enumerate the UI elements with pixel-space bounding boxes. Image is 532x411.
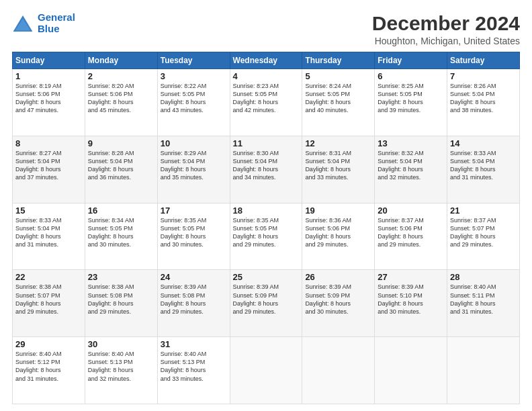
day-info: Sunrise: 8:40 AMSunset: 5:13 PMDaylight:… [88, 350, 154, 383]
day-number: 30 [88, 339, 154, 349]
day-info: Sunrise: 8:39 AMSunset: 5:08 PMDaylight:… [161, 283, 227, 316]
day-number: 20 [378, 205, 444, 216]
day-info: Sunrise: 8:35 AMSunset: 5:05 PMDaylight:… [161, 216, 227, 249]
col-header-tuesday: Tuesday [157, 52, 230, 69]
day-number: 14 [450, 138, 517, 148]
day-number: 9 [88, 138, 154, 148]
day-number: 25 [233, 272, 300, 282]
day-info: Sunrise: 8:38 AMSunset: 5:07 PMDaylight:… [15, 283, 82, 316]
day-cell: 2Sunrise: 8:20 AMSunset: 5:06 PMDaylight… [85, 69, 157, 136]
col-header-wednesday: Wednesday [230, 52, 302, 69]
day-info: Sunrise: 8:25 AMSunset: 5:05 PMDaylight:… [378, 82, 444, 115]
day-cell: 27Sunrise: 8:39 AMSunset: 5:10 PMDayligh… [375, 270, 447, 337]
day-info: Sunrise: 8:40 AMSunset: 5:12 PMDaylight:… [15, 350, 82, 383]
week-row-5: 29Sunrise: 8:40 AMSunset: 5:12 PMDayligh… [13, 337, 520, 404]
day-number: 4 [233, 71, 300, 81]
day-number: 15 [15, 205, 82, 216]
day-number: 16 [88, 205, 154, 216]
day-cell: 21Sunrise: 8:37 AMSunset: 5:07 PMDayligh… [447, 203, 520, 270]
day-info: Sunrise: 8:39 AMSunset: 5:09 PMDaylight:… [305, 283, 371, 316]
header-row: SundayMondayTuesdayWednesdayThursdayFrid… [13, 52, 520, 69]
day-info: Sunrise: 8:29 AMSunset: 5:04 PMDaylight:… [161, 149, 227, 182]
day-cell: 4Sunrise: 8:23 AMSunset: 5:05 PMDaylight… [230, 69, 302, 136]
day-info: Sunrise: 8:31 AMSunset: 5:04 PMDaylight:… [305, 149, 371, 182]
day-cell: 6Sunrise: 8:25 AMSunset: 5:05 PMDaylight… [375, 69, 447, 136]
day-number: 3 [161, 71, 227, 81]
day-info: Sunrise: 8:33 AMSunset: 5:04 PMDaylight:… [450, 149, 517, 182]
day-cell: 26Sunrise: 8:39 AMSunset: 5:09 PMDayligh… [302, 270, 375, 337]
logo-text: General Blue [38, 12, 75, 34]
col-header-friday: Friday [375, 52, 447, 69]
day-info: Sunrise: 8:40 AMSunset: 5:13 PMDaylight:… [161, 350, 227, 383]
calendar-body: 1Sunrise: 8:19 AMSunset: 5:06 PMDaylight… [13, 69, 520, 404]
day-info: Sunrise: 8:27 AMSunset: 5:04 PMDaylight:… [15, 149, 82, 182]
day-cell: 13Sunrise: 8:32 AMSunset: 5:04 PMDayligh… [375, 136, 447, 203]
day-number: 13 [378, 138, 444, 148]
day-number: 27 [378, 272, 444, 282]
col-header-monday: Monday [85, 52, 157, 69]
calendar-table: SundayMondayTuesdayWednesdayThursdayFrid… [12, 52, 520, 404]
day-cell: 29Sunrise: 8:40 AMSunset: 5:12 PMDayligh… [13, 337, 85, 404]
day-info: Sunrise: 8:28 AMSunset: 5:04 PMDaylight:… [88, 149, 154, 182]
day-cell: 20Sunrise: 8:37 AMSunset: 5:06 PMDayligh… [375, 203, 447, 270]
page: General Blue December 2024 Houghton, Mic… [0, 0, 532, 411]
subtitle: Houghton, Michigan, United States [372, 36, 520, 46]
col-header-thursday: Thursday [302, 52, 375, 69]
day-cell: 28Sunrise: 8:40 AMSunset: 5:11 PMDayligh… [447, 270, 520, 337]
day-cell [230, 337, 302, 404]
day-number: 8 [15, 138, 82, 148]
week-row-2: 8Sunrise: 8:27 AMSunset: 5:04 PMDaylight… [13, 136, 520, 203]
day-cell: 8Sunrise: 8:27 AMSunset: 5:04 PMDaylight… [13, 136, 85, 203]
day-info: Sunrise: 8:23 AMSunset: 5:05 PMDaylight:… [233, 82, 300, 115]
day-info: Sunrise: 8:22 AMSunset: 5:05 PMDaylight:… [161, 82, 227, 115]
day-number: 17 [161, 205, 227, 216]
day-cell: 3Sunrise: 8:22 AMSunset: 5:05 PMDaylight… [157, 69, 230, 136]
day-number: 2 [88, 71, 154, 81]
week-row-3: 15Sunrise: 8:33 AMSunset: 5:04 PMDayligh… [13, 203, 520, 270]
day-info: Sunrise: 8:26 AMSunset: 5:04 PMDaylight:… [450, 82, 517, 115]
day-info: Sunrise: 8:19 AMSunset: 5:06 PMDaylight:… [15, 82, 82, 115]
day-info: Sunrise: 8:24 AMSunset: 5:05 PMDaylight:… [305, 82, 371, 115]
day-cell: 22Sunrise: 8:38 AMSunset: 5:07 PMDayligh… [13, 270, 85, 337]
day-number: 19 [305, 205, 371, 216]
day-info: Sunrise: 8:35 AMSunset: 5:05 PMDaylight:… [233, 216, 300, 249]
day-cell [375, 337, 447, 404]
day-number: 21 [450, 205, 517, 216]
day-cell [302, 337, 375, 404]
day-cell: 7Sunrise: 8:26 AMSunset: 5:04 PMDaylight… [447, 69, 520, 136]
day-number: 5 [305, 71, 371, 81]
logo-general: General [38, 11, 75, 23]
day-cell: 9Sunrise: 8:28 AMSunset: 5:04 PMDaylight… [85, 136, 157, 203]
day-info: Sunrise: 8:38 AMSunset: 5:08 PMDaylight:… [88, 283, 154, 316]
day-info: Sunrise: 8:36 AMSunset: 5:06 PMDaylight:… [305, 216, 371, 249]
day-number: 26 [305, 272, 371, 282]
day-cell: 19Sunrise: 8:36 AMSunset: 5:06 PMDayligh… [302, 203, 375, 270]
day-info: Sunrise: 8:32 AMSunset: 5:04 PMDaylight:… [378, 149, 444, 182]
day-cell: 23Sunrise: 8:38 AMSunset: 5:08 PMDayligh… [85, 270, 157, 337]
day-number: 23 [88, 272, 154, 282]
day-info: Sunrise: 8:39 AMSunset: 5:09 PMDaylight:… [233, 283, 300, 316]
day-cell: 18Sunrise: 8:35 AMSunset: 5:05 PMDayligh… [230, 203, 302, 270]
title-block: December 2024 Houghton, Michigan, United… [372, 12, 520, 46]
col-header-sunday: Sunday [13, 52, 85, 69]
main-title: December 2024 [372, 12, 520, 34]
day-cell: 30Sunrise: 8:40 AMSunset: 5:13 PMDayligh… [85, 337, 157, 404]
logo-blue: Blue [38, 23, 60, 34]
calendar-header: SundayMondayTuesdayWednesdayThursdayFrid… [13, 52, 520, 69]
day-cell: 10Sunrise: 8:29 AMSunset: 5:04 PMDayligh… [157, 136, 230, 203]
day-number: 18 [233, 205, 300, 216]
day-cell: 15Sunrise: 8:33 AMSunset: 5:04 PMDayligh… [13, 203, 85, 270]
day-cell: 31Sunrise: 8:40 AMSunset: 5:13 PMDayligh… [157, 337, 230, 404]
day-cell: 25Sunrise: 8:39 AMSunset: 5:09 PMDayligh… [230, 270, 302, 337]
day-info: Sunrise: 8:40 AMSunset: 5:11 PMDaylight:… [450, 283, 517, 316]
week-row-1: 1Sunrise: 8:19 AMSunset: 5:06 PMDaylight… [13, 69, 520, 136]
day-info: Sunrise: 8:34 AMSunset: 5:05 PMDaylight:… [88, 216, 154, 249]
day-cell: 16Sunrise: 8:34 AMSunset: 5:05 PMDayligh… [85, 203, 157, 270]
header: General Blue December 2024 Houghton, Mic… [12, 12, 520, 46]
day-number: 7 [450, 71, 517, 81]
day-cell: 1Sunrise: 8:19 AMSunset: 5:06 PMDaylight… [13, 69, 85, 136]
day-number: 31 [161, 339, 227, 349]
day-info: Sunrise: 8:20 AMSunset: 5:06 PMDaylight:… [88, 82, 154, 115]
logo-icon [12, 14, 34, 33]
day-info: Sunrise: 8:30 AMSunset: 5:04 PMDaylight:… [233, 149, 300, 182]
